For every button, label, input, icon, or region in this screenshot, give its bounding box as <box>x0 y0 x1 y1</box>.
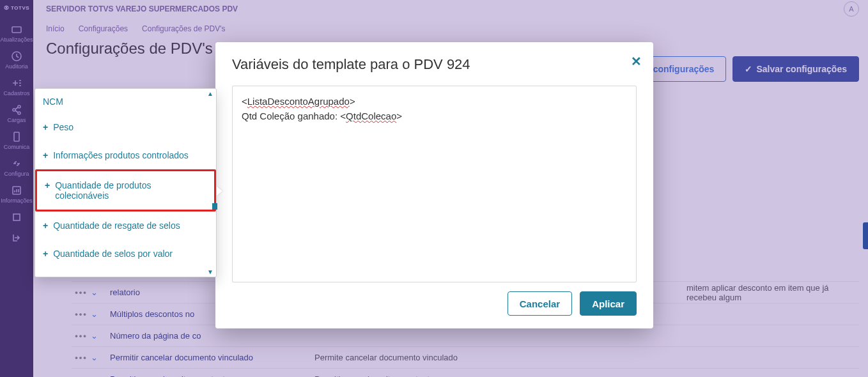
save-config-button[interactable]: ✓Salvar configurações <box>732 56 859 82</box>
cancel-button[interactable]: Cancelar <box>508 291 572 316</box>
table-row[interactable]: ••• ⌄ Permitir cancelar documento vincul… <box>72 346 859 368</box>
insert-caret-icon <box>212 203 217 210</box>
row-actions-icon[interactable]: ••• <box>72 331 91 341</box>
scroll-up-icon[interactable]: ▲ <box>207 90 213 97</box>
chevron-down-icon[interactable]: ⌄ <box>91 353 110 362</box>
suggestion-qtd-colecionaveis[interactable]: +Quantidade de produtos colecionáveis <box>35 169 216 212</box>
table-row[interactable]: ••• ⌄ Permitir cancelar o item restante … <box>72 368 859 377</box>
apply-button[interactable]: Aplicar <box>580 291 637 316</box>
plus-icon: + <box>43 220 48 231</box>
template-editor[interactable]: <ListaDescontoAgrupado> Qtd Coleção ganh… <box>232 86 637 282</box>
crumb-pdv[interactable]: Configurações de PDV's <box>142 24 225 33</box>
check-icon: ✓ <box>745 64 752 74</box>
plus-icon: + <box>43 150 48 160</box>
suggestion-qtd-selos-valor[interactable]: +Quantidade de selos por valor <box>35 240 216 268</box>
topbar: SERVIDOR TOTVS VAREJO SUPERMERCADOS PDV <box>33 0 868 18</box>
plus-icon: + <box>43 122 48 132</box>
suggestion-ncm[interactable]: NCM <box>35 89 216 113</box>
suggestion-peso[interactable]: +Peso <box>35 113 216 141</box>
chevron-down-icon[interactable]: ⌄ <box>91 331 110 341</box>
crumb-config[interactable]: Configurações <box>79 24 128 33</box>
right-edge-tab[interactable] <box>863 222 868 249</box>
page-title: Configurações de PDV's <box>46 40 213 58</box>
row-actions-icon[interactable]: ••• <box>72 374 91 377</box>
suggestion-info-controlados[interactable]: +Informações produtos controlados <box>35 141 216 169</box>
row-actions-icon[interactable]: ••• <box>72 288 91 297</box>
modal-title: Variáveis do template para o PDV 924 <box>232 56 637 73</box>
avatar[interactable]: A <box>844 1 859 17</box>
row-name: Permitir cancelar documento vinculado <box>110 353 314 362</box>
template-vars-modal: Variáveis do template para o PDV 924 ✕ <… <box>215 42 653 328</box>
row-actions-icon[interactable]: ••• <box>72 309 91 319</box>
panel-pointer-icon <box>217 187 222 196</box>
row-actions-icon[interactable]: ••• <box>72 353 91 362</box>
variable-suggestions-panel: ▲ NCM +Peso +Informações produtos contro… <box>35 88 217 277</box>
chevron-down-icon[interactable]: ⌄ <box>91 309 110 319</box>
app-title: SERVIDOR TOTVS VAREJO SUPERMERCADOS PDV <box>46 4 238 13</box>
row-name: Número da página de co <box>110 331 314 341</box>
row-desc: Permite cancelar documento vinculado <box>314 353 859 362</box>
scroll-down-icon[interactable]: ▼ <box>207 268 213 275</box>
close-icon[interactable]: ✕ <box>631 54 642 69</box>
row-name: Permitir cancelar o item restante <box>110 374 314 377</box>
breadcrumb: Início Configurações Configurações de PD… <box>33 18 868 40</box>
row-desc: Permitir cancelar o item restante no cup… <box>314 374 859 377</box>
suggestion-qtd-resgate[interactable]: +Quantidade de resgate de selos <box>35 212 216 240</box>
plus-icon: + <box>45 180 50 190</box>
chevron-down-icon[interactable]: ⌄ <box>91 288 110 297</box>
plus-icon: + <box>43 249 48 259</box>
crumb-inicio[interactable]: Início <box>46 24 65 33</box>
chevron-down-icon[interactable]: ⌄ <box>91 374 110 377</box>
